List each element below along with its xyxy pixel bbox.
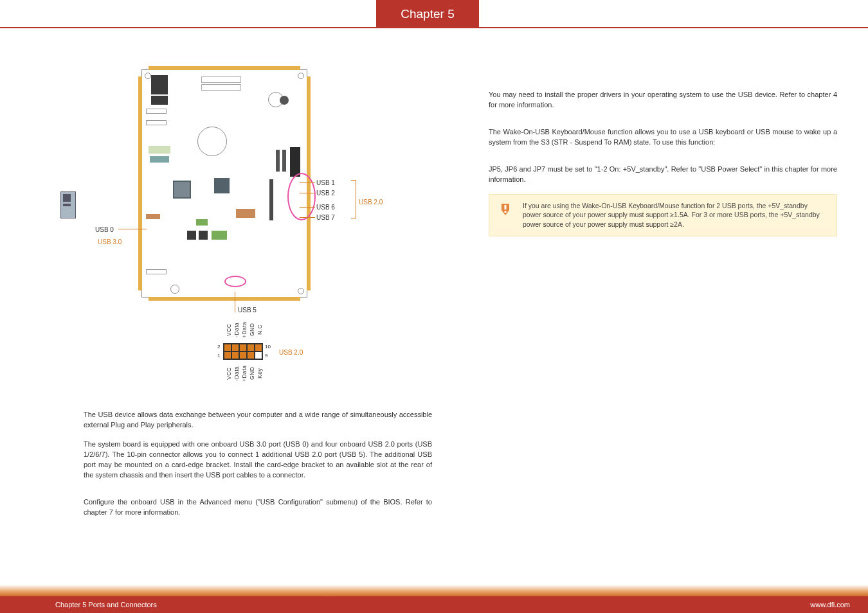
- footer-bar: Chapter 5 Ports and Connectors www.dfi.c…: [0, 596, 868, 613]
- board-diagram: USB 0 USB 3.0 USB 1 USB 2 USB 6 USB 7 US…: [84, 63, 418, 397]
- footer-gradient: [0, 585, 868, 596]
- label-usb5: USB 5: [238, 306, 257, 315]
- leader: [300, 182, 315, 183]
- pin-label-vcc-bot: VCC: [225, 362, 232, 384]
- motherboard-outline: [141, 69, 307, 298]
- pinout-diagram: VCC -Data +Data GND N.C 2 1 10 9 VCC -Da…: [210, 319, 351, 389]
- leader: [235, 292, 235, 312]
- para-jumper: JP5, JP6 and JP7 must be set to "1-2 On:…: [489, 164, 837, 185]
- pin-grid: [223, 343, 263, 360]
- label-usb2: USB 2: [316, 189, 335, 199]
- svg-rect-1: [505, 205, 507, 209]
- label-usb0: USB 0: [95, 226, 114, 235]
- label-usb20-pin: USB 2.0: [279, 348, 303, 358]
- para-board-desc: The system board is equipped with one on…: [84, 440, 432, 481]
- pin-num-10: 10: [265, 343, 271, 351]
- label-usb1: USB 1: [316, 179, 335, 188]
- pin-label-vcc-top: VCC: [225, 319, 232, 341]
- para-usb-intro: The USB device allows data exchange betw…: [84, 410, 432, 431]
- pin-num-2: 2: [217, 343, 220, 351]
- leader: [300, 217, 315, 218]
- label-usb20-right: USB 2.0: [359, 198, 383, 208]
- pin-label-key-bot: Key: [256, 362, 263, 384]
- para-wakeon: The Wake-On-USB Keyboard/Mouse function …: [489, 127, 837, 148]
- pin-label-gnd-top: GND: [248, 319, 255, 341]
- pin-label-pdata-bot: +Data: [240, 362, 248, 384]
- svg-rect-2: [505, 211, 507, 213]
- pin-num-9: 9: [265, 352, 267, 360]
- label-usb7: USB 7: [316, 213, 335, 223]
- pin-label-gnd-bot: GND: [248, 362, 255, 384]
- pin-num-1: 1: [217, 352, 220, 360]
- pin-label-nc-top: N.C: [256, 319, 263, 341]
- bracket-icon: [351, 180, 356, 218]
- leader: [300, 207, 315, 208]
- warning-icon: [497, 201, 514, 218]
- pin-label-mdata-bot: -Data: [233, 362, 240, 384]
- right-column: You may need to install the proper drive…: [458, 45, 868, 574]
- para-driver: You may need to install the proper drive…: [489, 90, 837, 111]
- pin-label-pdata-top: +Data: [240, 319, 248, 341]
- left-column: USB 0 USB 3.0 USB 1 USB 2 USB 6 USB 7 US…: [0, 45, 458, 574]
- para-bios-config: Configure the onboard USB in the Advance…: [84, 497, 432, 518]
- footer-right: www.dfi.com: [810, 601, 850, 609]
- chapter-tab: Chapter 5: [376, 0, 479, 28]
- usb0-connector-icon: [60, 191, 76, 218]
- important-note-box: If you are using the Wake-On-USB Keyboar…: [489, 194, 837, 236]
- label-usb30: USB 3.0: [98, 238, 122, 247]
- label-usb6: USB 6: [316, 203, 335, 213]
- pin-label-mdata-top: -Data: [233, 319, 240, 341]
- footer-left: Chapter 5 Ports and Connectors: [55, 601, 157, 609]
- note-text: If you are using the Wake-On-USB Keyboar…: [523, 202, 820, 228]
- page-body: USB 0 USB 3.0 USB 1 USB 2 USB 6 USB 7 US…: [0, 45, 868, 574]
- leader: [300, 193, 315, 193]
- leader: [118, 229, 147, 229]
